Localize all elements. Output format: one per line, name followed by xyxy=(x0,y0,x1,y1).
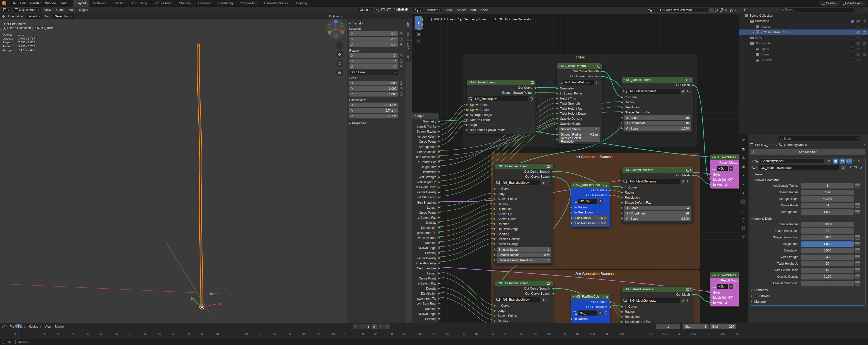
disable-render-camera-icon[interactable] xyxy=(863,59,866,61)
hide-eye-icon[interactable] xyxy=(857,59,860,61)
node-group-selector[interactable]: NG_MeshGenerate4 xyxy=(623,89,691,94)
socket-green[interactable] xyxy=(438,221,440,224)
node-group-selector[interactable]: NG_BranchesSpawn3 xyxy=(496,180,551,185)
property-value-field[interactable]: 0.000 xyxy=(801,235,854,240)
lock-icon[interactable] xyxy=(400,39,402,41)
collapse-icon[interactable]: ▾ xyxy=(412,115,413,117)
play-reverse-button[interactable]: ◀ xyxy=(365,324,371,329)
exclude-checkbox[interactable] xyxy=(850,53,854,56)
node-header[interactable]: ▾NG_MeshGenerate4 xyxy=(622,77,693,83)
socket-geo[interactable] xyxy=(621,96,623,99)
ng-meshgenerate-1[interactable]: ▾NG_MeshGenerate4Out MeshNG_MeshGenerate… xyxy=(621,167,693,223)
socket-green[interactable] xyxy=(621,316,623,318)
node-header[interactable]: ▾NG_TrunkSpawn xyxy=(467,80,535,85)
node-group-name-field[interactable]: NG_BranchesSpawn xyxy=(501,180,540,185)
fake-user-shield-icon[interactable] xyxy=(687,299,690,302)
socket-gray[interactable] xyxy=(437,226,440,229)
transform-field-z[interactable]: Z1.000 xyxy=(349,92,398,97)
socket-green[interactable] xyxy=(437,181,440,183)
modifier-name-field[interactable]: GeometryNodes xyxy=(759,159,825,164)
socket-geo[interactable] xyxy=(692,84,694,87)
property-value-field[interactable]: 10 xyxy=(801,268,854,273)
lock-icon[interactable] xyxy=(400,94,402,96)
input-attribute-toggle[interactable] xyxy=(855,183,860,188)
collapse-icon[interactable]: ▾ xyxy=(623,169,625,171)
socket-geo[interactable] xyxy=(709,184,711,186)
node-group-users-count[interactable]: 3 xyxy=(598,199,602,204)
lock-icon[interactable] xyxy=(400,44,402,46)
node-value-field[interactable]: V - Scale0.500 xyxy=(624,216,691,221)
fake-user-shield-icon[interactable] xyxy=(604,200,607,203)
node-value-field[interactable]: U - Coordinate26 xyxy=(624,211,691,216)
n-panel-tab-item[interactable]: Item xyxy=(406,19,412,30)
transform-panel-header[interactable]: ▾Transform:::: xyxy=(349,22,404,25)
node-group-users-count[interactable]: 4 xyxy=(729,284,733,289)
play-button[interactable]: ▶ xyxy=(372,324,377,329)
timeline-ruler[interactable]: 0510152025303540455055606570758085909510… xyxy=(0,330,739,339)
animate-dot[interactable]: • xyxy=(860,236,864,239)
socket-geo[interactable] xyxy=(552,171,554,173)
socket-green[interactable] xyxy=(438,156,440,158)
scene-selector[interactable]: Scene∨ xyxy=(820,1,839,5)
animate-dot[interactable]: • xyxy=(860,275,864,278)
ng-trunkdeform[interactable]: ▾NG_TrunkDeformOut Curve SmoothOut Curve… xyxy=(557,63,602,144)
socket-gray[interactable] xyxy=(437,251,440,254)
collapse-icon[interactable]: ▾ xyxy=(559,65,560,67)
object-tab[interactable]: ■ xyxy=(740,190,746,196)
node-value-field[interactable]: U - Scale4 xyxy=(624,206,691,210)
transform-field-y[interactable]: Y0 m xyxy=(349,37,398,42)
outliner-row-stage[interactable]: Stage xyxy=(739,51,868,57)
transform-field-x[interactable]: X0° xyxy=(349,53,398,58)
socket-green[interactable] xyxy=(437,196,440,199)
physics-tab[interactable]: ◯ xyxy=(740,217,746,222)
node-value-field[interactable]: Smooth Steps1 xyxy=(559,127,600,132)
section-header-branches[interactable]: ▸Branches xyxy=(751,288,864,292)
transform-field-y[interactable]: Y1.000 xyxy=(349,86,398,91)
mode-selector[interactable]: Object Mode∨ xyxy=(13,7,41,12)
display-editmode-toggle[interactable]: ▣ xyxy=(833,159,838,164)
shading-solid-icon[interactable] xyxy=(397,8,401,11)
menu-render[interactable]: Render xyxy=(28,0,43,6)
socket-green[interactable] xyxy=(437,140,440,143)
outliner-row-studio-set[interactable]: ▾Studio - Set xyxy=(739,41,868,46)
animate-dot[interactable]: • xyxy=(860,230,864,232)
render-display-toggle[interactable] xyxy=(846,159,852,164)
animate-dot[interactable]: • xyxy=(860,256,864,258)
node-context-selector[interactable]: Modifier∨ xyxy=(425,7,442,12)
n-panel-tab-edit[interactable]: Edit xyxy=(406,52,412,62)
socket-gray[interactable] xyxy=(709,173,711,176)
viewlayer-selector[interactable]: ViewLayer∨ xyxy=(841,1,866,5)
filter-dropdown-icon[interactable]: ∨ xyxy=(865,8,867,11)
socket-gray[interactable] xyxy=(437,145,440,148)
input-attribute-toggle[interactable] xyxy=(855,210,860,214)
socket-green[interactable] xyxy=(437,236,440,239)
socket-geo[interactable] xyxy=(494,305,496,307)
socket-gray[interactable] xyxy=(438,151,440,153)
jump-end-button[interactable]: ⇥ xyxy=(384,324,390,329)
lock-icon[interactable] xyxy=(400,88,402,90)
collapse-icon[interactable]: ▾ xyxy=(573,296,574,298)
socket-green[interactable] xyxy=(437,186,440,188)
transform-field-z[interactable]: Z0 m xyxy=(349,42,398,47)
input-attribute-toggle[interactable] xyxy=(855,268,860,272)
ng-meshgenerate-2[interactable]: ▾NG_MeshGenerate4Out MeshNG_MeshGenerate… xyxy=(621,286,693,323)
socket-geo[interactable] xyxy=(709,302,711,304)
socket-geo[interactable] xyxy=(556,88,558,90)
socket-gray[interactable] xyxy=(466,109,468,111)
viewport-menu-object[interactable]: Object xyxy=(77,6,90,13)
transform-field-x[interactable]: X0.741 m xyxy=(349,103,398,107)
socket-gray[interactable] xyxy=(609,189,611,192)
fake-user-shield-icon[interactable] xyxy=(548,181,550,184)
node-header[interactable]: ▾NG_MeshGenerate4 xyxy=(622,286,693,292)
tool-annotate-button[interactable]: ✎ xyxy=(416,39,422,44)
socket-geo[interactable] xyxy=(621,306,623,308)
lock-icon[interactable] xyxy=(400,61,402,63)
input-attribute-toggle[interactable] xyxy=(855,242,860,246)
socket-gray[interactable] xyxy=(466,114,468,116)
socket-gray[interactable] xyxy=(437,171,440,173)
transform-field-x[interactable]: X0 m xyxy=(349,31,398,36)
disable-render-camera-icon[interactable] xyxy=(863,20,866,23)
node-group-name-field[interactable]: GN_ModTreeGenerator xyxy=(658,7,708,12)
socket-gray[interactable] xyxy=(570,211,572,214)
disable-render-camera-icon[interactable] xyxy=(863,42,866,45)
